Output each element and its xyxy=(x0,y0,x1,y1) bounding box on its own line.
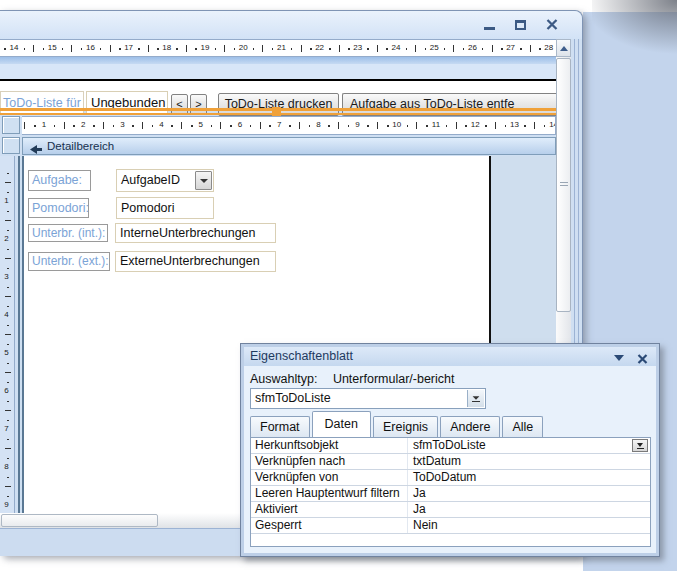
field-label-unterbr-ext[interactable]: Unterbr. (ext.): xyxy=(28,252,110,271)
property-value[interactable]: txtDatum xyxy=(408,454,650,469)
property-value[interactable]: Ja xyxy=(408,486,650,501)
selection-combobox[interactable]: sfmToDoListe xyxy=(250,388,486,409)
tab-alle[interactable]: Alle xyxy=(502,416,543,437)
combobox-dropdown-button[interactable] xyxy=(195,171,212,190)
prev-button[interactable]: < xyxy=(171,94,188,115)
property-grid: HerkunftsobjektsfmToDoListeVerknüpfen na… xyxy=(250,437,651,547)
date-textbox[interactable]: Ungebunden xyxy=(86,91,168,115)
property-value[interactable]: ToDoDatum xyxy=(408,470,650,485)
property-row[interactable]: AktiviertJa xyxy=(251,502,650,518)
interne-unterbrechungen-textbox[interactable]: InterneUnterbrechungen xyxy=(115,223,276,243)
minimize-icon[interactable] xyxy=(484,27,495,30)
horizontal-ruler-main: 141516171819202122232425262728 xyxy=(0,39,556,57)
property-sheet-window: Eigenschaftenblatt Auswahltyp: Unterform… xyxy=(240,343,660,557)
tab-daten[interactable]: Daten xyxy=(312,411,371,437)
property-dropdown-button[interactable] xyxy=(632,439,648,452)
tab-ereignis[interactable]: Ereignis xyxy=(373,416,438,437)
selection-combobox-dropdown[interactable] xyxy=(467,390,484,407)
corner-shadow xyxy=(592,0,677,82)
combobox-value: AufgabeID xyxy=(121,173,180,187)
property-sheet-titlebar[interactable]: Eigenschaftenblatt xyxy=(244,347,656,366)
aufgabeid-combobox[interactable]: AufgabeID xyxy=(116,169,214,192)
property-value[interactable]: Nein xyxy=(408,518,650,533)
detail-section-title: Detailbereich xyxy=(47,140,114,152)
property-label: Verknüpfen nach xyxy=(251,454,408,469)
property-label: Aktiviert xyxy=(251,502,408,517)
vertical-ruler: 123456789 xyxy=(0,156,15,513)
header-separator-band xyxy=(0,57,556,64)
vscrollbar-thumb[interactable] xyxy=(556,58,571,312)
property-row[interactable]: Leeren Hauptentwurf filternJa xyxy=(251,486,650,502)
field-label-pomodori[interactable]: Pomodori: xyxy=(28,198,89,218)
next-button[interactable]: > xyxy=(190,94,207,115)
form-header-band xyxy=(0,64,556,79)
tab-format[interactable]: Format xyxy=(250,416,310,437)
externe-unterbrechungen-textbox[interactable]: ExterneUnterbrechungen xyxy=(115,251,276,272)
horizontal-ruler-subform: 1234567891011121314 xyxy=(22,116,556,135)
scrollbar-grip-icon xyxy=(560,182,568,188)
tab-andere[interactable]: Andere xyxy=(440,416,500,437)
property-label: Leeren Hauptentwurf filtern xyxy=(251,486,408,501)
property-value[interactable]: sfmToDoListe xyxy=(408,438,650,453)
combo-underline-icon xyxy=(472,401,480,402)
field-label-aufgabe[interactable]: Aufgabe: xyxy=(28,170,91,191)
restore-icon[interactable] xyxy=(515,20,526,30)
section-resize-handle[interactable] xyxy=(272,107,281,116)
field-label-unterbr-int[interactable]: Unterbr. (int.): xyxy=(28,224,108,242)
close-icon[interactable] xyxy=(546,16,558,34)
form-header-section[interactable]: ToDo-Liste für Ungebunden < > ToDo-Liste… xyxy=(0,81,556,108)
section-selector-box[interactable] xyxy=(2,137,20,154)
form-selector-box[interactable] xyxy=(2,116,20,134)
property-label: Verknüpfen von xyxy=(251,470,408,485)
property-tabs: FormatDatenEreignisAndereAlle xyxy=(250,411,651,437)
property-label: Gesperrt xyxy=(251,518,408,533)
property-value[interactable]: Ja xyxy=(408,502,650,517)
property-row[interactable]: GesperrtNein xyxy=(251,518,650,534)
property-sheet-body: Auswahltyp: Unterformular/-bericht sfmTo… xyxy=(244,366,656,553)
screenshot-root: 141516171819202122232425262728 ToDo-List… xyxy=(0,0,677,571)
chevron-down-icon xyxy=(473,396,480,399)
selection-combobox-value: sfmToDoListe xyxy=(255,391,331,405)
detail-section-header[interactable]: Detailbereich xyxy=(22,137,556,155)
todo-list-label[interactable]: ToDo-Liste für xyxy=(0,91,84,115)
property-row[interactable]: HerkunftsobjektsfmToDoListe xyxy=(251,438,650,454)
hscrollbar-thumb[interactable] xyxy=(1,514,158,527)
chevron-down-icon xyxy=(200,179,208,183)
panel-menu-icon[interactable] xyxy=(614,355,624,361)
property-row[interactable]: Verknüpfen vonToDoDatum xyxy=(251,470,650,486)
property-sheet-title: Eigenschaftenblatt xyxy=(250,349,353,363)
scroll-up-button[interactable] xyxy=(556,39,571,57)
selection-type-label: Auswahltyp: xyxy=(250,372,317,386)
window-controls xyxy=(484,18,558,32)
pomodori-textbox[interactable]: Pomodori xyxy=(116,197,214,219)
chevron-up-icon xyxy=(560,46,568,51)
window-titlebar[interactable] xyxy=(0,11,582,39)
property-label: Herkunftsobjekt xyxy=(251,438,408,453)
property-row[interactable]: Verknüpfen nachtxtDatum xyxy=(251,454,650,470)
vertical-scrollbar[interactable] xyxy=(556,39,571,352)
section-collapse-arrow-icon xyxy=(30,142,42,155)
selection-type-value: Unterformular/-bericht xyxy=(333,372,455,386)
selection-type-line: Auswahltyp: Unterformular/-bericht xyxy=(250,372,454,386)
